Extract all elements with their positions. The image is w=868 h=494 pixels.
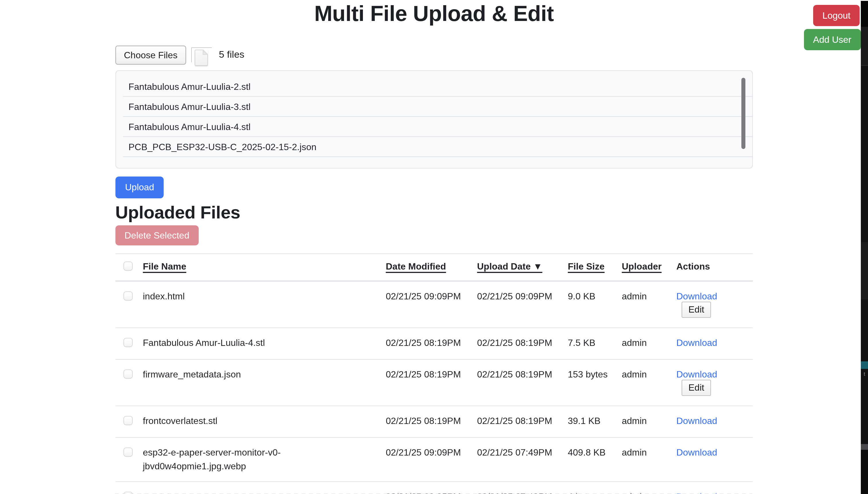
row-checkbox[interactable] (124, 338, 133, 347)
list-item: Fantabulous Amur-Luulia-4.stl (123, 117, 752, 137)
table-row: test.txt 02/21/25 09:05PM 02/21/25 07:49… (115, 482, 753, 494)
file-size-cell: 7.5 KB (563, 328, 617, 359)
table-row: firmware_metadata.json 02/21/25 08:19PM … (115, 359, 753, 406)
actions-cell: Download (672, 406, 753, 437)
table-row: frontcoverlatest.stl 02/21/25 08:19PM 02… (115, 406, 753, 437)
list-item: PCB_PCB_ESP32-USB-C_2025-02-15-2.json (123, 137, 752, 157)
date-modified-cell: 02/21/25 08:19PM (381, 359, 473, 406)
date-modified-cell: 02/21/25 09:09PM (381, 437, 473, 482)
sort-file-size[interactable]: File Size (568, 262, 605, 271)
table-row: esp32-e-paper-server-monitor-v0-jbvd0w4o… (115, 437, 753, 482)
page-title: Multi File Upload & Edit (0, 1, 868, 26)
upload-date-cell: 02/21/25 09:09PM (473, 281, 563, 328)
sort-date-modified[interactable]: Date Modified (386, 262, 446, 271)
background-window-segment (861, 444, 868, 450)
background-window-text-fragment: t (861, 370, 868, 378)
sort-upload-date[interactable]: Upload Date ▼ (477, 262, 542, 271)
document-icon (195, 50, 208, 66)
download-link[interactable]: Download (677, 369, 717, 379)
choose-files-button[interactable]: Choose Files (115, 45, 186, 64)
edit-button[interactable]: Edit (682, 302, 711, 318)
select-all-checkbox[interactable] (124, 262, 133, 271)
upload-date-cell: 02/21/25 08:19PM (473, 406, 563, 437)
row-checkbox[interactable] (124, 416, 133, 425)
actions-cell: DownloadEdit (672, 482, 753, 494)
logout-button[interactable]: Logout (813, 5, 860, 26)
actions-cell: Download (672, 328, 753, 359)
background-window-strip: t (861, 1, 868, 494)
scrollbar-thumb[interactable] (741, 78, 746, 149)
actions-cell: Download (672, 437, 753, 482)
table-header-row: File Name Date Modified Upload Date ▼ Fi… (115, 254, 753, 281)
uploader-cell: admin (617, 482, 672, 494)
sort-file-name[interactable]: File Name (143, 262, 186, 271)
file-name-cell: esp32-e-paper-server-monitor-v0-jbvd0w4o… (138, 437, 381, 482)
date-modified-cell: 02/21/25 09:09PM (381, 281, 473, 328)
upload-date-cell: 02/21/25 08:19PM (473, 359, 563, 406)
date-modified-cell: 02/21/25 08:19PM (381, 328, 473, 359)
upload-date-cell: 02/21/25 07:49PM (473, 437, 563, 482)
file-input-frame (191, 48, 212, 62)
row-checkbox[interactable] (124, 369, 133, 379)
date-modified-cell: 02/21/25 08:19PM (381, 406, 473, 437)
file-name-cell: index.html (138, 281, 381, 328)
main-container: Choose Files 5 files Fantabulous Amur-Lu… (115, 45, 753, 494)
uploader-cell: admin (617, 359, 672, 406)
uploader-cell: admin (617, 281, 672, 328)
files-table: File Name Date Modified Upload Date ▼ Fi… (115, 253, 753, 494)
folded-corner (203, 50, 208, 55)
scrolled-item-sliver (116, 71, 752, 77)
add-user-button[interactable]: Add User (804, 29, 861, 50)
page-root: t Multi File Upload & Edit Logout Add Us… (0, 1, 868, 494)
download-link[interactable]: Download (677, 416, 717, 426)
actions-cell: DownloadEdit (672, 281, 753, 328)
file-name-cell: firmware_metadata.json (138, 359, 381, 406)
background-window-segment (861, 1, 868, 27)
table-row: Fantabulous Amur-Luulia-4.stl 02/21/25 0… (115, 328, 753, 359)
upload-button[interactable]: Upload (115, 176, 164, 198)
upload-date-cell: 02/21/25 08:19PM (473, 328, 563, 359)
file-size-cell: 153 bytes (563, 359, 617, 406)
download-link[interactable]: Download (677, 291, 717, 301)
file-count-label: 5 files (219, 49, 244, 61)
uploader-cell: admin (617, 328, 672, 359)
file-name-cell: test.txt (138, 482, 381, 494)
download-link[interactable]: Download (677, 448, 717, 457)
row-checkbox[interactable] (124, 291, 133, 301)
actions-cell: DownloadEdit (672, 359, 753, 406)
background-window-accent (861, 361, 868, 369)
upload-date-cell: 02/21/25 07:49PM (473, 482, 563, 494)
background-window-segment (861, 450, 868, 494)
background-window-segment (861, 242, 868, 299)
selected-files-list[interactable]: Fantabulous Amur-Luulia-2.stl Fantabulou… (115, 70, 753, 169)
file-name-cell: frontcoverlatest.stl (138, 406, 381, 437)
list-item: Fantabulous Amur-Luulia-2.stl (123, 77, 752, 97)
background-window-segment (861, 27, 868, 66)
list-item: Fantabulous Amur-Luulia-3.stl (123, 97, 752, 117)
download-link[interactable]: Download (677, 338, 717, 348)
edit-button[interactable]: Edit (682, 380, 711, 396)
sort-uploader[interactable]: Uploader (622, 262, 662, 271)
row-checkbox[interactable] (124, 448, 133, 457)
file-size-cell: 9.0 KB (563, 281, 617, 328)
uploader-cell: admin (617, 406, 672, 437)
uploader-cell: admin (617, 437, 672, 482)
file-name-cell: Fantabulous Amur-Luulia-4.stl (138, 328, 381, 359)
file-size-cell: 39.1 KB (563, 406, 617, 437)
file-size-cell: 4 bytes (563, 482, 617, 494)
file-input[interactable]: Choose Files 5 files (115, 45, 753, 64)
actions-header: Actions (677, 262, 710, 271)
file-size-cell: 409.8 KB (563, 437, 617, 482)
table-row: index.html 02/21/25 09:09PM 02/21/25 09:… (115, 281, 753, 328)
delete-selected-button[interactable]: Delete Selected (115, 225, 199, 245)
date-modified-cell: 02/21/25 09:05PM (381, 482, 473, 494)
uploaded-files-heading: Uploaded Files (115, 202, 753, 223)
